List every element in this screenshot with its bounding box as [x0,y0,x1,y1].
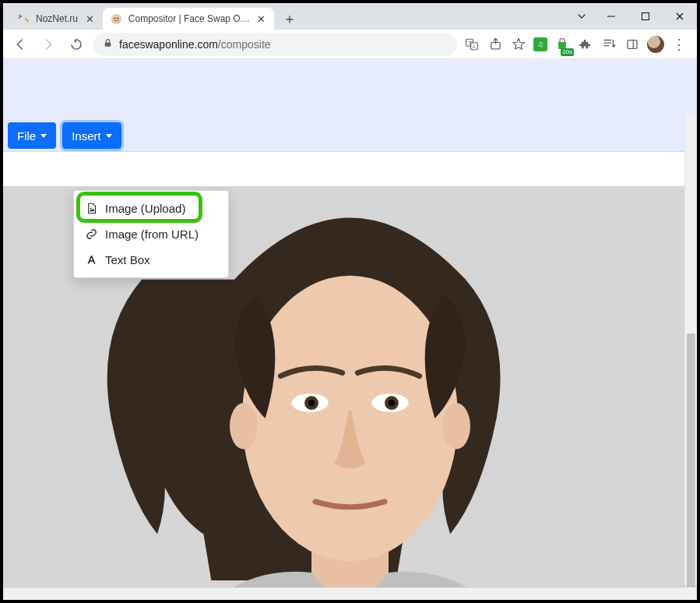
site-favicon [111,12,122,25]
bookmark-star-icon[interactable] [510,36,527,53]
window-close-button[interactable] [663,3,697,30]
text-icon [85,254,97,266]
app-toolbar-strip [3,151,697,187]
reload-button[interactable] [65,34,87,55]
scrollbar-thumb[interactable] [687,333,695,591]
caret-down-icon [40,134,47,138]
side-panel-icon[interactable] [624,36,641,53]
window-minimize-button[interactable] [594,3,628,30]
forward-button[interactable] [37,34,59,55]
shopping-extension-icon[interactable]: 20s [554,36,571,53]
url-text: faceswaponline.com/composite [119,38,271,51]
profile-avatar[interactable] [647,36,664,53]
svg-point-25 [389,400,395,406]
close-icon[interactable]: ✕ [256,13,266,24]
svg-point-19 [442,403,470,449]
tab-search-button[interactable] [569,3,594,30]
browser-tab-compositor[interactable]: Compositor | Face Swap Online ✕ [103,8,274,30]
tab-title: Compositor | Face Swap Online [128,13,250,24]
insert-dropdown: Image (Upload) Image (from URL) Text Box [73,190,229,278]
scrollbar-corner [684,587,697,600]
browser-toolbar: faceswaponline.com/composite 文A ♫ 20s [3,30,697,59]
svg-text:A: A [473,44,476,48]
svg-rect-13 [628,40,637,48]
new-tab-button[interactable]: ＋ [279,8,301,30]
extensions-puzzle-icon[interactable] [577,36,594,53]
window-maximize-button[interactable] [628,3,663,30]
svg-point-22 [308,400,315,406]
vertical-scrollbar[interactable] [684,115,697,586]
dropdown-item-label: Image (Upload) [105,202,185,215]
svg-rect-7 [105,42,111,46]
badge-20s: 20s [561,48,574,56]
share-icon[interactable] [487,36,504,53]
svg-rect-4 [642,13,649,20]
svg-point-1 [114,17,116,19]
browser-menu-button[interactable]: ⋮ [670,36,688,53]
reading-list-icon[interactable] [600,36,617,53]
page-content: File Insert [3,59,697,600]
browser-tab-noznet[interactable]: NozNet.ru ✕ [9,8,103,30]
tab-title: NozNet.ru [36,13,78,24]
svg-point-0 [111,14,121,24]
insert-menu-button[interactable]: Insert [62,122,121,149]
svg-point-26 [90,208,91,210]
svg-text:文: 文 [468,40,473,45]
dropdown-item-image-url[interactable]: Image (from URL) [74,221,228,247]
dropdown-item-label: Image (from URL) [105,227,199,241]
address-bar[interactable]: faceswaponline.com/composite [93,33,457,56]
window-titlebar: NozNet.ru ✕ Compositor | Face Swap Onlin… [3,3,697,30]
wrench-screwdriver-icon [17,12,30,25]
music-extension-icon[interactable]: ♫ [533,37,547,51]
svg-point-18 [230,403,258,449]
link-icon [85,228,97,240]
file-menu-label: File [17,129,36,143]
extensions-area: 文A ♫ 20s ⋮ [463,36,691,53]
caret-down-icon [106,134,112,138]
dropdown-item-label: Text Box [105,253,150,266]
insert-menu-label: Insert [72,129,101,143]
close-icon[interactable]: ✕ [84,13,95,24]
app-header-space [3,59,697,120]
file-menu-button[interactable]: File [8,122,56,149]
image-file-icon [85,203,97,214]
app-menubar: File Insert [3,120,697,151]
dropdown-item-text-box[interactable]: Text Box [74,247,228,273]
horizontal-scrollbar[interactable] [3,587,684,600]
dropdown-item-image-upload[interactable]: Image (Upload) [74,196,228,221]
translate-icon[interactable]: 文A [463,36,480,53]
svg-point-2 [117,17,118,19]
back-button[interactable] [9,34,31,55]
browser-tabs: NozNet.ru ✕ Compositor | Face Swap Onlin… [3,3,301,30]
lock-icon [103,38,113,51]
